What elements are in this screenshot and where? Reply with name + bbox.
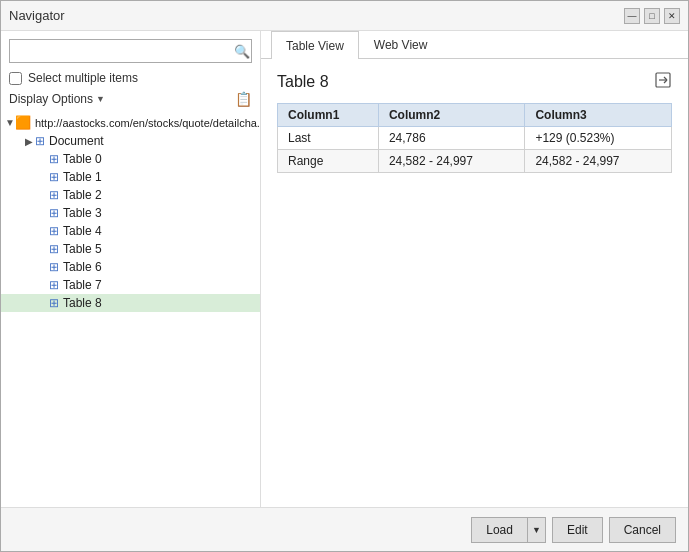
- display-options-row: Display Options ▼ 📋: [1, 89, 260, 113]
- cancel-button[interactable]: Cancel: [609, 517, 676, 543]
- chevron-down-icon: ▼: [96, 94, 105, 104]
- tree-item-document[interactable]: ▶ ⊞ Document: [1, 132, 260, 150]
- load-button-group: Load ▼: [471, 517, 546, 543]
- tab-web-view[interactable]: Web View: [359, 31, 443, 58]
- select-multiple-checkbox[interactable]: [9, 72, 22, 85]
- preview-area: Table 8 Column1 Column: [261, 59, 688, 507]
- preview-header: Table 8: [277, 71, 672, 93]
- tree-label-table8: Table 8: [63, 296, 102, 310]
- table-icon-4: ⊞: [49, 224, 59, 238]
- tree-label-table0: Table 0: [63, 152, 102, 166]
- title-bar: Navigator — □ ✕: [1, 1, 688, 31]
- cell-row0-col2: +129 (0.523%): [525, 127, 672, 150]
- cell-row1-col2: 24,582 - 24,997: [525, 150, 672, 173]
- window-controls: — □ ✕: [624, 8, 680, 24]
- display-options-label: Display Options: [9, 92, 93, 106]
- preview-table: Column1 Column2 Column3 Last 24,786 +129…: [277, 103, 672, 173]
- tree-item-table4[interactable]: ⊞ Table 4: [1, 222, 260, 240]
- tabs-row: Table View Web View: [261, 31, 688, 59]
- tab-table-view[interactable]: Table View: [271, 31, 359, 59]
- table-row: Range 24,582 - 24,997 24,582 - 24,997: [278, 150, 672, 173]
- close-button[interactable]: ✕: [664, 8, 680, 24]
- export-tree-icon[interactable]: 📋: [235, 91, 252, 107]
- tree-item-table0[interactable]: ⊞ Table 0: [1, 150, 260, 168]
- table-icon-7: ⊞: [49, 278, 59, 292]
- load-dropdown-button[interactable]: ▼: [528, 517, 546, 543]
- search-icon[interactable]: 🔍: [234, 45, 250, 58]
- tree-item-table8[interactable]: ⊞ Table 8: [1, 294, 260, 312]
- tree-label-table3: Table 3: [63, 206, 102, 220]
- table-row: Last 24,786 +129 (0.523%): [278, 127, 672, 150]
- tree-item-table1[interactable]: ⊞ Table 1: [1, 168, 260, 186]
- column-header-3: Column3: [525, 104, 672, 127]
- table-icon-0: ⊞: [49, 152, 59, 166]
- footer: Load ▼ Edit Cancel: [1, 507, 688, 551]
- maximize-button[interactable]: □: [644, 8, 660, 24]
- tree-label-table5: Table 5: [63, 242, 102, 256]
- tree-toggle-root: ▼: [5, 117, 15, 128]
- select-multiple-row: Select multiple items: [1, 69, 260, 89]
- table-icon-1: ⊞: [49, 170, 59, 184]
- table-icon-6: ⊞: [49, 260, 59, 274]
- tree-item-table6[interactable]: ⊞ Table 6: [1, 258, 260, 276]
- tree-container: ▼ 🟧 http://aastocks.com/en/stocks/quote/…: [1, 113, 260, 507]
- table-icon-3: ⊞: [49, 206, 59, 220]
- load-button[interactable]: Load: [471, 517, 528, 543]
- right-panel: Table View Web View Table 8: [261, 31, 688, 507]
- tree-label-table1: Table 1: [63, 170, 102, 184]
- column-header-2: Column2: [378, 104, 525, 127]
- display-options-button[interactable]: Display Options ▼: [9, 92, 105, 106]
- tree-label-table2: Table 2: [63, 188, 102, 202]
- cell-row1-col0: Range: [278, 150, 379, 173]
- cell-row1-col1: 24,582 - 24,997: [378, 150, 525, 173]
- table-header-row: Column1 Column2 Column3: [278, 104, 672, 127]
- tree-label-document: Document: [49, 134, 104, 148]
- tree-label-root: http://aastocks.com/en/stocks/quote/deta…: [35, 117, 260, 129]
- tree-label-table4: Table 4: [63, 224, 102, 238]
- tree-toggle-document: ▶: [23, 136, 35, 147]
- tree-label-table6: Table 6: [63, 260, 102, 274]
- folder-icon: 🟧: [15, 115, 31, 130]
- cell-row0-col1: 24,786: [378, 127, 525, 150]
- search-wrapper: 🔍: [9, 39, 252, 63]
- minimize-button[interactable]: —: [624, 8, 640, 24]
- tree-item-table3[interactable]: ⊞ Table 3: [1, 204, 260, 222]
- tree-item-table5[interactable]: ⊞ Table 5: [1, 240, 260, 258]
- tree-label-table7: Table 7: [63, 278, 102, 292]
- column-header-1: Column1: [278, 104, 379, 127]
- search-input[interactable]: [9, 39, 252, 63]
- edit-button[interactable]: Edit: [552, 517, 603, 543]
- document-icon: ⊞: [35, 134, 45, 148]
- left-panel: 🔍 Select multiple items Display Options …: [1, 31, 261, 507]
- main-content: 🔍 Select multiple items Display Options …: [1, 31, 688, 507]
- table-icon-5: ⊞: [49, 242, 59, 256]
- navigator-window: Navigator — □ ✕ 🔍 Select multiple items: [0, 0, 689, 552]
- cell-row0-col0: Last: [278, 127, 379, 150]
- table-icon-2: ⊞: [49, 188, 59, 202]
- table-icon-8: ⊞: [49, 296, 59, 310]
- window-title: Navigator: [9, 8, 65, 23]
- tree-item-root[interactable]: ▼ 🟧 http://aastocks.com/en/stocks/quote/…: [1, 113, 260, 132]
- tree-item-table7[interactable]: ⊞ Table 7: [1, 276, 260, 294]
- search-container: 🔍: [1, 39, 260, 69]
- select-multiple-label: Select multiple items: [28, 71, 138, 85]
- export-icon[interactable]: [654, 71, 672, 93]
- tree-item-table2[interactable]: ⊞ Table 2: [1, 186, 260, 204]
- preview-title: Table 8: [277, 73, 329, 91]
